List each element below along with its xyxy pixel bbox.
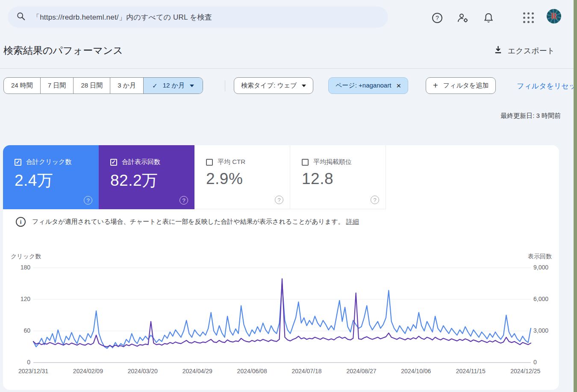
series-clicks <box>33 284 531 348</box>
filter-divider <box>225 80 225 91</box>
left-axis-tick: 60 <box>3 327 30 334</box>
search-console-page: 「https://redrb.heteml.net/」内のすべての URL を検… <box>0 0 577 392</box>
svg-text:?: ? <box>436 15 439 21</box>
filter-notice: i フィルタが適用されている場合、チャートと表に一部を反映した合計や結果が表示さ… <box>16 217 359 227</box>
apps-grid-icon[interactable] <box>520 9 537 26</box>
details-link[interactable]: 詳細 <box>346 218 359 225</box>
desktop-background-strip <box>574 0 577 392</box>
range-3m[interactable]: 3 か月 <box>110 78 144 94</box>
checkbox-checked[interactable]: ✓ <box>15 159 21 166</box>
notice-text: フィルタが適用されている場合、チャートと表に一部を反映した合計や結果が表示される… <box>32 218 344 225</box>
x-axis-tick: 2024/08/27 <box>338 368 385 374</box>
x-axis-tick: 2023/12/31 <box>10 368 57 374</box>
check-icon: ✓ <box>152 82 158 90</box>
account-avatar[interactable]: R <box>547 9 561 23</box>
metric-tiles-row: ✓ 合計クリック数 2.4万 ? ✓ 合計表示回数 82.2万 ? 平均 CTR… <box>3 145 559 209</box>
date-range-group: 24 時間 7 日間 28 日間 3 か月 ✓ 12 か月 <box>3 77 203 94</box>
x-axis-tick: 2024/10/06 <box>392 368 439 374</box>
range-24h[interactable]: 24 時間 <box>4 78 41 94</box>
range-7d[interactable]: 7 日間 <box>41 78 74 94</box>
plus-icon: + <box>433 81 438 91</box>
user-settings-icon[interactable] <box>454 9 471 26</box>
right-axis-tick: 9,000 <box>533 264 548 271</box>
notifications-bell-icon[interactable] <box>480 9 497 26</box>
search-placeholder: 「https://redrb.heteml.net/」内のすべての URL を検… <box>32 12 212 22</box>
right-axis-tick: 3,000 <box>533 327 548 334</box>
help-icon[interactable]: ? <box>429 9 446 26</box>
checkbox-checked[interactable]: ✓ <box>110 159 117 166</box>
help-icon[interactable]: ? <box>180 196 188 205</box>
search-icon <box>16 12 26 23</box>
left-axis-tick: 180 <box>3 264 30 271</box>
x-axis-tick: 2024/02/09 <box>65 368 112 374</box>
info-icon: i <box>16 217 26 227</box>
x-axis-tick: 2024/07/18 <box>283 368 330 374</box>
range-12m-selected[interactable]: ✓ 12 か月 <box>144 78 203 94</box>
chevron-down-icon <box>302 85 306 87</box>
export-label: エクスポート <box>508 46 555 56</box>
series-impressions <box>33 279 531 347</box>
chevron-down-icon <box>190 85 194 87</box>
x-axis-tick: 2024/12/25 <box>502 368 549 374</box>
metric-total-impressions[interactable]: ✓ 合計表示回数 82.2万 ? <box>99 145 194 209</box>
checkbox-unchecked[interactable] <box>206 159 213 166</box>
last-updated-text: 最終更新日: 3 時間前 <box>500 112 561 120</box>
x-axis-tick: 2024/06/08 <box>229 368 276 374</box>
metric-average-ctr[interactable]: 平均 CTR 2.9% ? <box>194 145 290 209</box>
metric-total-clicks[interactable]: ✓ 合計クリック数 2.4万 ? <box>3 145 99 209</box>
metric-average-position[interactable]: 平均掲載順位 12.8 ? <box>290 145 386 209</box>
checkbox-unchecked[interactable] <box>302 159 309 166</box>
performance-chart[interactable]: クリック数 表示回数 1801206009,0006,0003,00002023… <box>3 250 559 390</box>
header-divider <box>0 68 574 69</box>
left-axis-tick: 0 <box>3 359 30 366</box>
x-axis-tick: 2024/03/20 <box>119 368 166 374</box>
search-type-chip[interactable]: 検索タイプ: ウェブ <box>234 77 313 94</box>
close-icon[interactable]: × <box>396 81 401 91</box>
range-28d[interactable]: 28 日間 <box>74 78 110 94</box>
help-icon[interactable]: ? <box>275 196 283 204</box>
add-filter-button[interactable]: + フィルタを追加 <box>426 77 496 94</box>
right-axis-tick: 0 <box>533 359 537 366</box>
export-button[interactable]: エクスポート <box>494 46 555 56</box>
help-icon[interactable]: ? <box>371 196 379 204</box>
right-axis-tick: 6,000 <box>533 295 548 302</box>
x-axis-tick: 2024/11/15 <box>447 368 494 374</box>
page-filter-chip[interactable]: ページ: +naganoart × <box>328 77 408 94</box>
download-icon <box>494 46 502 56</box>
page-title: 検索結果のパフォーマンス <box>3 44 123 57</box>
help-icon[interactable]: ? <box>84 196 92 205</box>
x-axis-tick: 2024/04/29 <box>174 368 221 374</box>
url-inspection-search-bar[interactable]: 「https://redrb.heteml.net/」内のすべての URL を検… <box>8 6 388 28</box>
reset-filters-link[interactable]: フィルタをリセット <box>517 81 577 91</box>
left-axis-tick: 120 <box>3 295 30 302</box>
performance-card: ✓ 合計クリック数 2.4万 ? ✓ 合計表示回数 82.2万 ? 平均 CTR… <box>3 145 559 390</box>
